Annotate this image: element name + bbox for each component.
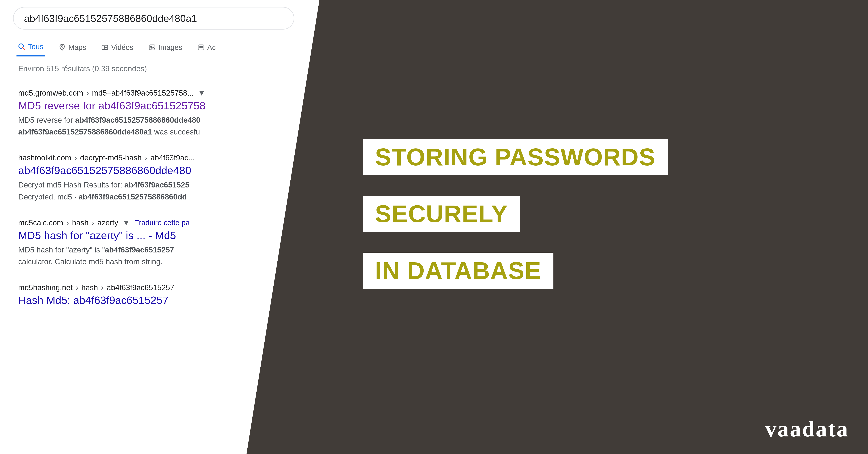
bc-sep: ›	[101, 283, 104, 292]
snippet-bold: ab4f63f9ac65152575886860dd	[79, 193, 187, 201]
bc-sep: ›	[145, 153, 147, 162]
headline: STORING PASSWORDS SECURELY IN DATABASE	[363, 139, 668, 289]
snippet-bold: ab4f63f9ac6515257	[105, 246, 174, 254]
snippet-text: calculator. Calculate md5 hash from stri…	[18, 257, 163, 266]
bc-host: md5hashing.net	[18, 283, 72, 292]
tab-news[interactable]: Ac	[196, 39, 217, 56]
result-breadcrumb[interactable]: md5calc.com › hash › azerty ▼ Traduire c…	[18, 219, 287, 227]
headline-line: STORING PASSWORDS	[363, 139, 668, 175]
bc-sep: ›	[92, 219, 94, 227]
bc-path: ab4f63f9ac...	[151, 153, 195, 162]
image-icon	[148, 44, 156, 51]
search-input[interactable]	[24, 12, 283, 24]
news-icon	[197, 44, 205, 51]
tab-maps[interactable]: Maps	[57, 39, 88, 56]
result-breadcrumb[interactable]: hashtoolkit.com › decrypt-md5-hash › ab4…	[18, 153, 287, 162]
result-breadcrumb[interactable]: md5.gromweb.com › md5=ab4f63f9ac65152575…	[18, 89, 287, 97]
result-snippet: MD5 hash for "azerty" is "ab4f63f9ac6515…	[18, 244, 287, 267]
search-icon	[18, 43, 26, 51]
headline-line: SECURELY	[363, 196, 520, 232]
bc-path: md5=ab4f63f9ac651525758...	[92, 89, 194, 97]
search-result: hashtoolkit.com › decrypt-md5-hash › ab4…	[18, 153, 287, 203]
bc-path: hash	[72, 219, 89, 227]
search-tabs: Tous Maps Vidéos Images Ac	[13, 39, 868, 56]
bc-host: hashtoolkit.com	[18, 153, 71, 162]
tab-label: Maps	[68, 43, 86, 52]
result-snippet: MD5 reverse for ab4f63f9ac65152575886860…	[18, 114, 287, 138]
bc-sep: ›	[66, 219, 69, 227]
svg-line-1	[23, 48, 25, 50]
bc-sep: ›	[74, 153, 77, 162]
bc-path: ab4f63f9ac6515257	[107, 283, 174, 292]
tab-label: Images	[158, 43, 182, 52]
bc-path: azerty	[97, 219, 118, 227]
result-title[interactable]: MD5 hash for "azerty" is ... - Md5	[18, 229, 287, 242]
snippet-text: Decrypted. md5 ·	[18, 193, 79, 201]
tab-label: Vidéos	[111, 43, 133, 52]
result-title[interactable]: Hash Md5: ab4f63f9ac6515257	[18, 294, 287, 306]
snippet-text: Decrypt md5 Hash Results for:	[18, 180, 124, 189]
svg-point-2	[61, 46, 63, 47]
result-breadcrumb[interactable]: md5hashing.net › hash › ab4f63f9ac651525…	[18, 283, 287, 292]
result-stats: Environ 515 résultats (0,39 secondes)	[13, 64, 868, 73]
search-bar[interactable]	[13, 7, 294, 30]
bc-host: md5calc.com	[18, 219, 63, 227]
headline-line: IN DATABASE	[363, 253, 553, 289]
chevron-down-icon[interactable]: ▼	[198, 89, 206, 97]
snippet-text: was succesfu	[152, 127, 200, 136]
search-result: md5.gromweb.com › md5=ab4f63f9ac65152575…	[18, 89, 287, 138]
pin-icon	[58, 44, 66, 51]
tab-label: Tous	[28, 42, 43, 51]
bc-path: decrypt-md5-hash	[80, 153, 142, 162]
tab-videos[interactable]: Vidéos	[100, 39, 135, 56]
bc-sep: ›	[86, 89, 89, 97]
bc-path: hash	[82, 283, 98, 292]
search-result: md5hashing.net › hash › ab4f63f9ac651525…	[18, 283, 287, 306]
result-title[interactable]: MD5 reverse for ab4f63f9ac651525758	[18, 100, 287, 112]
svg-point-6	[151, 46, 152, 48]
brand-logo: vaadata	[765, 416, 849, 442]
translate-link[interactable]: Traduire cette pa	[135, 219, 190, 227]
snippet-bold: ab4f63f9ac651525	[124, 180, 189, 189]
snippet-bold: ab4f63f9ac65152575886860dde480	[75, 116, 200, 124]
snippet-text: MD5 reverse for	[18, 116, 75, 124]
svg-marker-4	[104, 47, 106, 49]
tab-label: Ac	[207, 43, 216, 52]
search-result: md5calc.com › hash › azerty ▼ Traduire c…	[18, 219, 287, 267]
result-title[interactable]: ab4f63f9ac65152575886860dde480	[18, 164, 287, 176]
bc-sep: ›	[76, 283, 78, 292]
play-icon	[101, 44, 109, 51]
tab-all[interactable]: Tous	[17, 39, 45, 56]
bc-host: md5.gromweb.com	[18, 89, 83, 97]
chevron-down-icon[interactable]: ▼	[122, 219, 130, 227]
tab-images[interactable]: Images	[147, 39, 184, 56]
result-snippet: Decrypt md5 Hash Results for: ab4f63f9ac…	[18, 179, 287, 203]
snippet-bold: ab4f63f9ac65152575886860dde480a1	[18, 127, 152, 136]
snippet-text: MD5 hash for "azerty" is "	[18, 246, 105, 254]
